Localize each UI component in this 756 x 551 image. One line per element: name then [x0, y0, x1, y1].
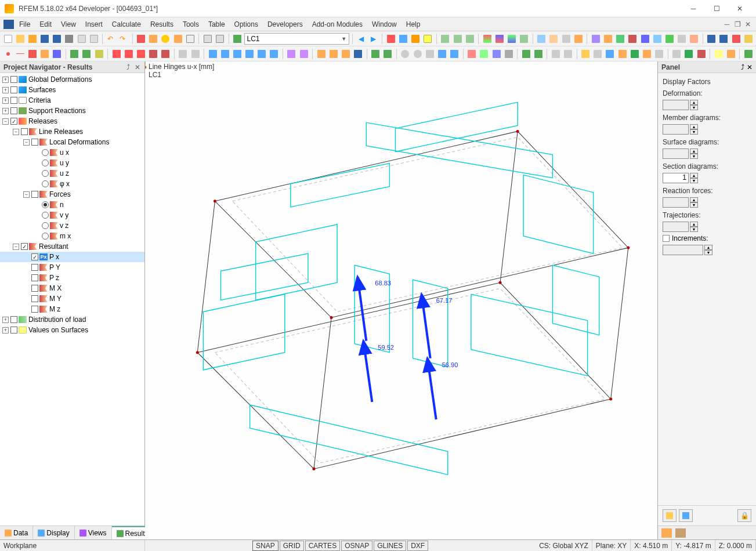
menu-results[interactable]: Results — [146, 19, 178, 30]
new-file-icon[interactable] — [2, 32, 13, 45]
support2-icon[interactable] — [81, 48, 92, 60]
misc8-icon[interactable] — [676, 32, 687, 45]
view-y-icon[interactable] — [479, 48, 490, 60]
render4-icon[interactable] — [519, 32, 530, 45]
load2-icon[interactable] — [123, 48, 134, 60]
misc5-icon[interactable] — [639, 32, 650, 45]
extend-icon[interactable] — [269, 48, 280, 60]
measure-icon[interactable] — [548, 32, 559, 45]
support1-icon[interactable] — [69, 48, 80, 60]
globe-icon[interactable] — [160, 32, 171, 45]
grid-icon[interactable] — [172, 32, 183, 45]
snap-btn-grid[interactable]: GRID — [280, 541, 304, 551]
tree-support-reactions[interactable]: +Support Reactions — [0, 106, 144, 116]
zoom4-icon[interactable] — [436, 48, 447, 60]
tree-py[interactable]: P Y — [0, 262, 144, 273]
prev-lc-icon[interactable]: ◀ — [356, 32, 367, 45]
navigator-tree[interactable]: +Global Deformations +Surfaces +Criteria… — [0, 73, 144, 525]
zoom5-icon[interactable] — [449, 48, 460, 60]
tree-surfaces[interactable]: +Surfaces — [0, 85, 144, 95]
menu-window[interactable]: Window — [368, 19, 401, 30]
axo-icon[interactable] — [440, 32, 451, 45]
redo-icon[interactable]: ↷ — [118, 32, 129, 45]
mirror-icon[interactable] — [231, 48, 243, 60]
annot-icon[interactable] — [560, 32, 571, 45]
snap-btn-snap[interactable]: SNAP — [252, 541, 278, 551]
panel-btn-2[interactable] — [679, 509, 693, 522]
snap-btn-osnap[interactable]: OSNAP — [341, 541, 372, 551]
deform-icon[interactable] — [397, 32, 408, 45]
tree-uz[interactable]: u z — [0, 168, 144, 179]
move-icon[interactable] — [207, 48, 218, 60]
tree-n[interactable]: n — [0, 200, 144, 210]
nav-tab-display[interactable]: Display — [33, 526, 74, 539]
disp1-icon[interactable] — [520, 48, 531, 60]
snap-btn-glines[interactable]: GLINES — [374, 541, 406, 551]
panel-tab-1[interactable] — [661, 528, 672, 538]
ex8-icon[interactable] — [641, 48, 652, 60]
mdi-minimize-button[interactable]: ─ — [722, 20, 732, 29]
minimize-button[interactable]: ─ — [682, 1, 705, 17]
ex4-icon[interactable] — [592, 48, 603, 60]
edit1-icon[interactable] — [178, 48, 189, 60]
tree-local-deformations[interactable]: −Local Deformations — [0, 137, 144, 147]
misc1-icon[interactable] — [590, 32, 601, 45]
table-icon[interactable] — [202, 32, 213, 45]
sel2-icon[interactable] — [298, 48, 309, 60]
ex10-icon[interactable] — [671, 48, 682, 60]
tree-mmx[interactable]: M X — [0, 283, 144, 293]
ex5-icon[interactable] — [605, 48, 616, 60]
zoom1-icon[interactable] — [400, 48, 411, 60]
deformation-field[interactable]: ▲▼ — [663, 100, 751, 110]
tree-mmy[interactable]: M Y — [0, 293, 144, 304]
nav-tab-data[interactable]: Data — [0, 526, 33, 539]
tree-uy[interactable]: u y — [0, 158, 144, 168]
misc2-icon[interactable] — [602, 32, 613, 45]
open-file-icon[interactable] — [15, 32, 26, 45]
disp2-icon[interactable] — [533, 48, 544, 60]
menu-file[interactable]: File — [15, 19, 34, 30]
sel1-icon[interactable] — [286, 48, 297, 60]
save-icon[interactable] — [39, 32, 50, 45]
tree-global-deformations[interactable]: +Global Deformations — [0, 74, 144, 85]
tree-line-releases[interactable]: −Line Releases — [0, 126, 144, 137]
load5-icon[interactable] — [160, 48, 171, 60]
mod2-icon[interactable] — [718, 32, 729, 45]
menu-table[interactable]: Table — [204, 19, 229, 30]
menu-insert[interactable]: Insert — [81, 19, 107, 30]
panel-btn-lock[interactable]: 🔒 — [737, 509, 751, 522]
tree-criteria[interactable]: +Criteria — [0, 95, 144, 106]
tree-mmz[interactable]: M z — [0, 304, 144, 314]
array-icon[interactable] — [256, 48, 267, 60]
line-icon[interactable] — [15, 48, 26, 60]
member-field[interactable]: ▲▼ — [663, 124, 751, 135]
menu-view[interactable]: View — [57, 19, 80, 30]
ex3-icon[interactable] — [580, 48, 591, 60]
tree-forces[interactable]: −Forces — [0, 189, 144, 200]
mod4-icon[interactable] — [743, 32, 754, 45]
ex9-icon[interactable] — [654, 48, 665, 60]
nav-close-icon[interactable]: ✕ — [134, 64, 141, 71]
close-button[interactable]: ✕ — [728, 1, 751, 17]
load3-icon[interactable] — [135, 48, 146, 60]
increments-field[interactable]: ▲▼ — [663, 245, 751, 255]
panel-close-icon[interactable]: ✕ — [747, 63, 753, 71]
pin-icon[interactable]: ⤴ — [125, 64, 132, 71]
render1-icon[interactable] — [482, 32, 493, 45]
ex6-icon[interactable] — [617, 48, 628, 60]
menu-edit[interactable]: Edit — [35, 19, 56, 30]
iso-icon[interactable] — [464, 32, 475, 45]
menu-tools[interactable]: Tools — [179, 19, 203, 30]
traj-field[interactable]: ▲▼ — [663, 222, 751, 232]
ex13-icon[interactable] — [713, 48, 724, 60]
folder-icon[interactable] — [27, 32, 38, 45]
menu-developers[interactable]: Developers — [263, 19, 307, 30]
panel-btn-1[interactable] — [663, 509, 677, 522]
mod1-icon[interactable] — [706, 32, 717, 45]
check-icon[interactable] — [135, 32, 146, 45]
tree-values-on-surfaces[interactable]: +Values on Surfaces — [0, 325, 144, 335]
ex7-icon[interactable] — [629, 48, 640, 60]
vis2-icon[interactable] — [328, 48, 339, 60]
zoom3-icon[interactable] — [424, 48, 435, 60]
persp-icon[interactable] — [452, 32, 463, 45]
